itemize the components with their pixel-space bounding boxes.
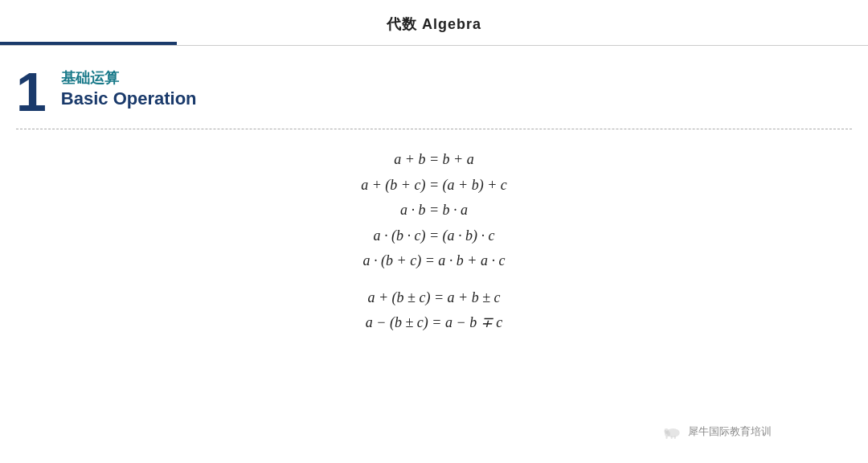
svg-rect-4 bbox=[665, 436, 667, 439]
header-lines bbox=[0, 42, 868, 47]
formula-7: a − (b ± c) = a − b ∓ c bbox=[366, 310, 502, 336]
formula-2: a + (b + c) = (a + b) + c bbox=[361, 173, 507, 199]
formula-3: a · b = b · a bbox=[400, 198, 468, 223]
watermark-text: 犀牛国际教育培训 bbox=[688, 424, 772, 439]
section-chinese-title: 基础运算 bbox=[61, 69, 197, 88]
formula-6: a + (b ± c) = a + b ± c bbox=[367, 285, 500, 311]
header: 代数 Algebra bbox=[0, 0, 868, 42]
formula-1: a + b = b + a bbox=[394, 147, 473, 173]
svg-rect-2 bbox=[671, 436, 673, 439]
section-number: 1 bbox=[16, 61, 47, 119]
formula-5: a · (b + c) = a · b + a · c bbox=[363, 248, 506, 274]
svg-rect-3 bbox=[674, 436, 676, 439]
section-header: 1 基础运算 Basic Operation bbox=[0, 47, 868, 129]
page: 代数 Algebra 1 基础运算 Basic Operation a + b … bbox=[0, 0, 868, 463]
formulas-container: a + b = b + a a + (b + c) = (a + b) + c … bbox=[0, 129, 868, 336]
watermark: 犀牛国际教育培训 bbox=[661, 423, 772, 440]
section-english-title: Basic Operation bbox=[61, 88, 197, 111]
header-line-thin bbox=[0, 45, 868, 46]
watermark-icon bbox=[661, 423, 683, 440]
formula-4: a · (b · c) = (a · b) · c bbox=[373, 223, 494, 249]
header-title: 代数 Algebra bbox=[387, 16, 481, 32]
section-titles: 基础运算 Basic Operation bbox=[61, 69, 197, 111]
